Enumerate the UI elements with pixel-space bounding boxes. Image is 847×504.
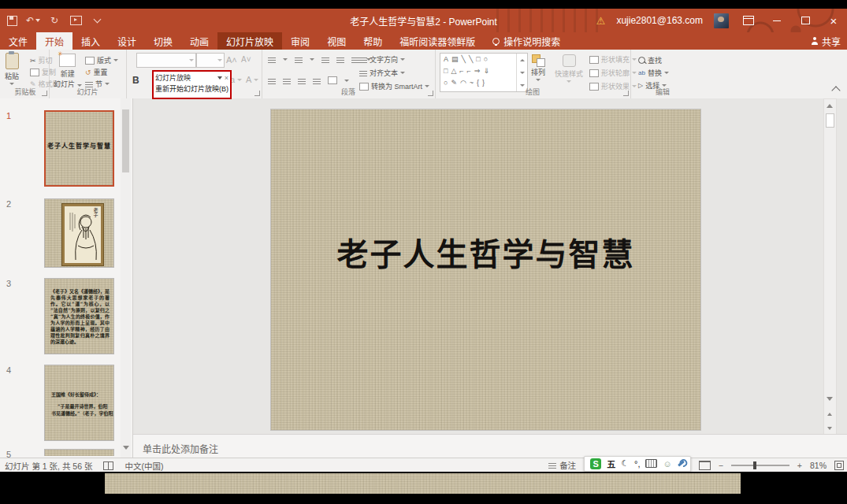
shapes-gallery-scroll[interactable] [516,54,527,91]
previous-slide-icon[interactable] [827,413,832,416]
next-slide-icon[interactable] [827,427,832,430]
align-left-icon[interactable] [268,77,276,84]
thumbnail-panel-scrollbar[interactable] [121,98,131,458]
font-dialog-launcher[interactable] [254,91,260,96]
thumbnail-scrollbar-thumb[interactable] [122,109,129,172]
slide-number-4: 4 [6,365,11,375]
ime-toolbar[interactable]: S 五 ☾ °, ☺ [584,456,691,472]
clipboard-dialog-launcher[interactable] [42,91,47,96]
tab-home[interactable]: 开始 [36,32,72,50]
drawing-dialog-launcher[interactable] [623,91,629,96]
find-button[interactable]: 查找 [638,55,662,65]
arrange-button[interactable]: 排列 [531,54,545,81]
tab-slideshow[interactable]: 幻灯片放映 [217,32,282,50]
notes-placeholder[interactable]: 单击此处添加备注 [143,442,218,455]
align-text-button[interactable]: 对齐文本 [359,68,405,78]
shape-fill-button[interactable]: 形状填充 [589,54,637,65]
editor-scrollbar-thumb[interactable] [826,113,834,128]
zoom-percentage[interactable]: 81% [810,461,827,470]
scroll-up-icon[interactable] [827,104,833,108]
align-center-icon[interactable] [283,77,291,84]
restore-button[interactable] [797,12,814,29]
slide-title-text[interactable]: 老子人生哲学与智慧 [271,229,700,275]
account-email[interactable]: xujie2801@163.com [616,15,703,26]
bullets-icon[interactable] [268,56,276,63]
font-name-combo[interactable] [136,53,196,68]
tab-review[interactable]: 审阅 [282,32,318,50]
close-button[interactable]: × [825,12,842,29]
tab-insert[interactable]: 插入 [72,32,109,50]
zoom-in-icon[interactable]: + [797,461,802,470]
tab-transitions[interactable]: 切换 [145,32,181,50]
ime-keyboard-icon[interactable] [645,459,657,468]
tab-foxit[interactable]: 福昕阅读器领鲜版 [391,32,484,50]
font-size-combo[interactable] [196,53,225,68]
align-right-icon[interactable] [298,77,306,84]
sogou-logo-icon[interactable]: S [590,458,601,469]
scroll-down-icon[interactable] [827,397,833,401]
tab-view[interactable]: 视图 [318,32,355,50]
workspace: 1 老子人生哲学与智慧 2 [0,98,847,458]
increase-indent-icon[interactable] [336,56,344,63]
thumb4-line1: 王国维《好长留侍成》： [51,391,113,398]
tab-file[interactable]: 文件 [0,32,36,50]
overlay-close-icon[interactable]: × [225,74,228,82]
line-spacing-icon[interactable] [351,56,359,63]
collapse-ribbon-icon[interactable] [831,86,840,94]
alert-icon[interactable]: ⚠ [596,15,606,27]
tab-animations[interactable]: 动画 [181,32,217,50]
slide-thumbnail-4[interactable]: 王国维《好长留侍成》： “子是最开诗世界，伯阳 书见道德经。”（老子，字伯阳） [44,365,114,441]
shape-outline-button[interactable]: 形状轮廓 [589,68,637,78]
decrease-indent-icon[interactable] [321,56,329,63]
tell-me-search[interactable]: 操作说明搜索 [484,32,569,50]
slideshow-view-icon[interactable] [699,461,711,470]
slide-thumbnail-5[interactable] [44,449,114,456]
shapes-scroll-up-icon[interactable] [520,59,525,61]
thumbnail-scroll-down-icon[interactable] [123,446,129,450]
ime-tools-icon[interactable] [678,460,685,466]
editor-scrollbar[interactable] [823,98,837,447]
quick-styles-button[interactable]: 快速样式 [555,54,583,83]
new-slide-button[interactable]: 新建幻灯片 [54,54,82,89]
layout-button[interactable]: 版式 [85,55,118,65]
notes-pane[interactable]: 单击此处添加备注 [133,434,847,458]
ime-fullhalf-icon[interactable]: ☾ [621,458,629,469]
font-color-icon[interactable]: A [246,75,258,84]
avatar[interactable] [714,13,729,28]
replace-button[interactable]: ab替换 [638,68,669,78]
spellcheck-icon[interactable] [103,461,113,470]
zoom-out-icon[interactable]: − [719,461,723,470]
bold-button[interactable]: B [132,75,139,86]
share-button[interactable]: 共享 [812,32,841,50]
overlay-dropdown-icon[interactable] [217,76,222,80]
person-icon [812,42,818,45]
slide-thumbnail-2[interactable]: 老子 [44,198,114,268]
reset-button[interactable]: ↺重置 [85,67,108,77]
shapes-scroll-down-icon[interactable] [520,72,525,74]
overlay-title: 幻灯片放映 [155,72,191,83]
paragraph-dialog-launcher[interactable] [428,91,433,96]
justify-icon[interactable] [313,77,321,84]
language-indicator[interactable]: 中文(中国) [124,460,163,472]
paste-button[interactable]: 粘贴 [5,53,19,85]
columns-icon[interactable] [328,76,337,84]
slide-thumbnail-3[interactable]: 《老子》又名《道德经》，是先秦伟大思想家老子的著作。它以“道”为核心，以“法自然… [44,278,114,354]
ime-mode-icon[interactable]: 五 [607,458,615,470]
fit-to-window-icon[interactable] [834,461,844,470]
grow-font-icon[interactable]: A˄ [226,55,237,65]
ime-person-icon[interactable]: ☺ [663,459,671,469]
ribbon-display-options-icon[interactable] [740,12,757,29]
shrink-font-icon[interactable]: A˅ [241,55,251,64]
notes-toggle-button[interactable]: 备注 [548,459,576,471]
minimize-button[interactable] [768,12,786,29]
tab-help[interactable]: 帮助 [355,32,391,50]
text-direction-button[interactable]: 文字方向 [359,54,405,65]
zoom-slider[interactable] [731,465,789,466]
tab-design[interactable]: 设计 [109,32,145,50]
numbering-icon[interactable] [295,56,303,63]
ime-punctuation-icon[interactable]: °, [634,459,640,469]
character-case-icon[interactable]: a [230,75,242,84]
slide-thumbnail-1[interactable]: 老子人生哲学与智慧 [44,110,114,187]
zoom-slider-handle[interactable] [753,461,756,469]
slide-canvas[interactable]: 老子人生哲学与智慧 [270,109,701,431]
